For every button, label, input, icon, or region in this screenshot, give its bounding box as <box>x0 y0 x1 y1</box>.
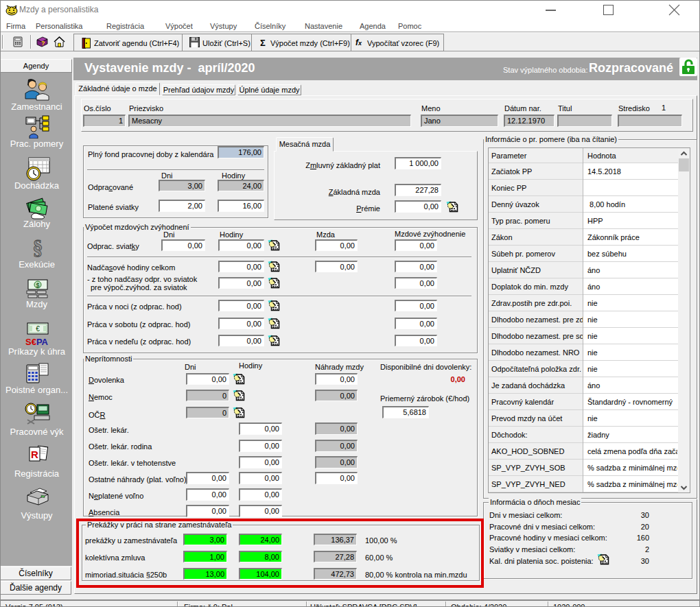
svg-text:€: € <box>36 325 40 333</box>
svg-text:R: R <box>31 449 38 460</box>
svg-text:§: § <box>33 237 43 259</box>
svg-text:?: ? <box>41 40 45 47</box>
svg-text:$: $ <box>36 282 39 289</box>
